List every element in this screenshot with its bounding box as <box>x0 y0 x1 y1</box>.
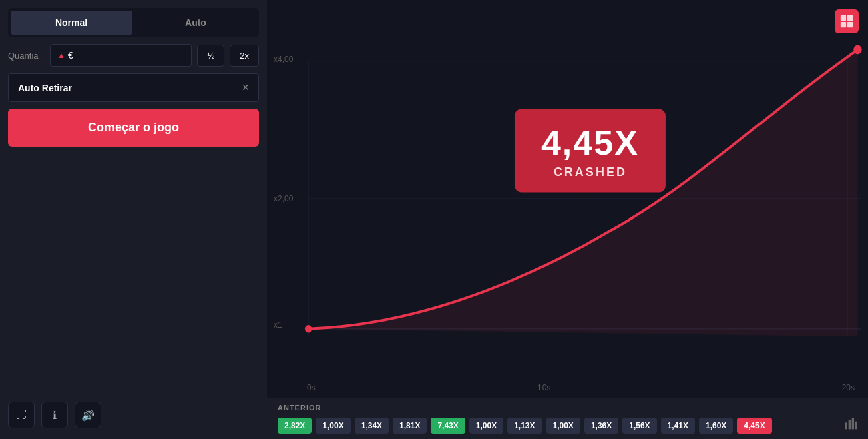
crashed-label: CRASHED <box>541 165 639 179</box>
tab-auto[interactable]: Auto <box>135 11 256 35</box>
prev-item-7[interactable]: 1,00X <box>546 418 580 434</box>
fullscreen-icon: ⛶ <box>16 409 27 421</box>
y-label-2: x2,00 <box>274 194 293 203</box>
y-label-4: x4,00 <box>274 55 293 64</box>
prev-item-12[interactable]: 4,45X <box>737 418 771 434</box>
barchart-icon-button[interactable] <box>844 417 857 434</box>
x-label-10s: 10s <box>537 383 550 392</box>
prev-item-0[interactable]: 2,82X <box>278 418 312 434</box>
chart-svg <box>267 0 868 398</box>
currency-symbol: € <box>68 50 73 61</box>
quantia-row: Quantia ▲ € ½ 2x <box>8 44 259 67</box>
prev-item-8[interactable]: 1,36X <box>584 418 618 434</box>
bottom-icons: ⛶ ℹ 🔊 <box>8 399 259 431</box>
auto-retirar-close-button[interactable]: × <box>242 81 249 95</box>
previous-label: ANTERIOR <box>278 404 857 412</box>
prev-item-11[interactable]: 1,60X <box>699 418 733 434</box>
prev-item-3[interactable]: 1,81X <box>393 418 427 434</box>
info-icon: ℹ <box>53 409 57 422</box>
svg-rect-12 <box>845 422 847 429</box>
svg-point-6 <box>305 325 312 332</box>
svg-rect-13 <box>849 420 851 429</box>
auto-retirar-label: Auto Retirar <box>18 83 72 93</box>
rocket-icon <box>835 9 859 33</box>
prev-item-9[interactable]: 1,56X <box>622 418 656 434</box>
svg-rect-10 <box>841 22 846 27</box>
y-label-1: x1 <box>274 320 282 330</box>
sound-icon: 🔊 <box>81 409 95 422</box>
previous-bar: ANTERIOR 2,82X 1,00X 1,34X 1,81X 7,43X 1… <box>267 398 868 439</box>
quantia-input-wrapper[interactable]: ▲ € <box>50 44 192 67</box>
prev-item-4[interactable]: 7,43X <box>431 418 465 434</box>
arrow-up-icon: ▲ <box>57 51 65 60</box>
x-label-20s: 20s <box>842 383 855 392</box>
crash-multiplier: 4,45X <box>541 123 639 163</box>
double-button[interactable]: 2x <box>230 45 259 67</box>
sound-button[interactable]: 🔊 <box>75 402 101 428</box>
auto-retirar-row: Auto Retirar × <box>8 73 259 102</box>
mode-tabs: Normal Auto <box>8 8 259 37</box>
prev-item-5[interactable]: 1,00X <box>469 418 503 434</box>
prev-item-1[interactable]: 1,00X <box>316 418 350 434</box>
prev-item-10[interactable]: 1,41X <box>661 418 695 434</box>
x-label-0s: 0s <box>307 383 316 392</box>
svg-rect-9 <box>847 15 853 21</box>
prev-item-6[interactable]: 1,13X <box>507 418 541 434</box>
crash-display: 4,45X CRASHED <box>515 109 666 193</box>
chart-area: x4,00 x2,00 x1 0s 10s 20s 4,45X CRASHED <box>267 0 868 439</box>
svg-rect-14 <box>852 418 854 430</box>
info-button[interactable]: ℹ <box>41 402 68 428</box>
left-panel: Normal Auto Quantia ▲ € ½ 2x Auto Retira… <box>0 0 267 439</box>
svg-rect-11 <box>847 22 853 27</box>
svg-point-7 <box>853 45 861 55</box>
prev-item-2[interactable]: 1,34X <box>355 418 389 434</box>
svg-rect-15 <box>855 422 857 430</box>
start-game-button[interactable]: Começar o jogo <box>8 109 259 147</box>
fullscreen-button[interactable]: ⛶ <box>8 402 35 428</box>
svg-rect-8 <box>841 15 846 21</box>
quantia-label: Quantia <box>8 51 45 61</box>
chart-canvas: x4,00 x2,00 x1 0s 10s 20s 4,45X CRASHED <box>267 0 868 398</box>
tab-normal[interactable]: Normal <box>11 11 132 35</box>
previous-items: 2,82X 1,00X 1,34X 1,81X 7,43X 1,00X 1,13… <box>278 417 857 434</box>
half-button[interactable]: ½ <box>197 45 224 67</box>
